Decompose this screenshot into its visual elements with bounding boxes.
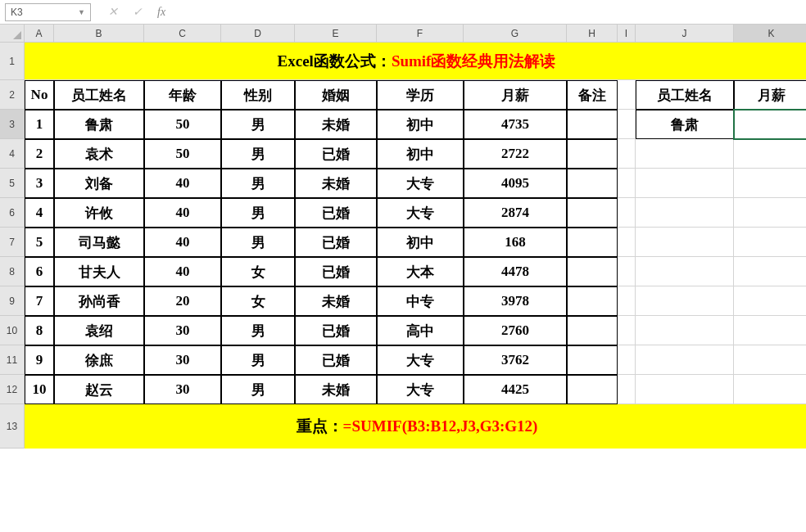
cell-edu-6[interactable]: 大专 <box>377 198 464 228</box>
cell-age-7[interactable]: 40 <box>144 228 221 257</box>
cell-j9[interactable] <box>636 286 734 316</box>
cell-no-5[interactable]: 3 <box>25 169 54 198</box>
cell-j7[interactable] <box>636 228 734 257</box>
side-name-value[interactable]: 鲁肃 <box>636 110 734 139</box>
cell-edu-10[interactable]: 高中 <box>377 316 464 345</box>
cell-marry-6[interactable]: 已婚 <box>295 198 377 228</box>
cell-edu-3[interactable]: 初中 <box>377 110 464 139</box>
col-head-g[interactable]: G <box>464 25 567 43</box>
row-head-11[interactable]: 11 <box>0 345 25 375</box>
cell-i8[interactable] <box>618 257 636 286</box>
cell-salary-3[interactable]: 4735 <box>464 110 567 139</box>
col-head-e[interactable]: E <box>295 25 377 43</box>
cell-age-3[interactable]: 50 <box>144 110 221 139</box>
cell-i11[interactable] <box>618 345 636 375</box>
row-head-9[interactable]: 9 <box>0 286 25 316</box>
cell-edu-11[interactable]: 大专 <box>377 345 464 375</box>
cell-name-10[interactable]: 袁绍 <box>54 316 144 345</box>
cell-k4[interactable] <box>734 139 806 169</box>
cell-k7[interactable] <box>734 228 806 257</box>
cell-sex-11[interactable]: 男 <box>221 345 295 375</box>
cell-salary-8[interactable]: 4478 <box>464 257 567 286</box>
cell-k6[interactable] <box>734 198 806 228</box>
cell-edu-12[interactable]: 大专 <box>377 375 464 404</box>
cell-sex-6[interactable]: 男 <box>221 198 295 228</box>
cell-j10[interactable] <box>636 316 734 345</box>
title-cell[interactable]: Excel函数公式：Sumif函数经典用法解读 <box>25 43 806 80</box>
cell-no-9[interactable]: 7 <box>25 286 54 316</box>
cell-j12[interactable] <box>636 375 734 404</box>
row-head-4[interactable]: 4 <box>0 139 25 169</box>
cell-k9[interactable] <box>734 286 806 316</box>
col-head-f[interactable]: F <box>377 25 464 43</box>
cell-note-10[interactable] <box>567 316 618 345</box>
cell-i12[interactable] <box>618 375 636 404</box>
row-head-10[interactable]: 10 <box>0 316 25 345</box>
cell-age-11[interactable]: 30 <box>144 345 221 375</box>
cell-marry-8[interactable]: 已婚 <box>295 257 377 286</box>
cell-no-12[interactable]: 10 <box>25 375 54 404</box>
cell-edu-9[interactable]: 中专 <box>377 286 464 316</box>
cell-marry-7[interactable]: 已婚 <box>295 228 377 257</box>
cell-salary-10[interactable]: 2760 <box>464 316 567 345</box>
hdr-note[interactable]: 备注 <box>567 80 618 110</box>
cell-note-12[interactable] <box>567 375 618 404</box>
spreadsheet-grid[interactable]: A B C D E F G H I J K 1 Excel函数公式：Sumif函… <box>0 25 806 449</box>
cell-name-8[interactable]: 甘夫人 <box>54 257 144 286</box>
cell-note-11[interactable] <box>567 345 618 375</box>
col-head-k[interactable]: K <box>734 25 806 43</box>
side-salary-value[interactable] <box>734 110 806 139</box>
cell-age-9[interactable]: 20 <box>144 286 221 316</box>
cell-j5[interactable] <box>636 169 734 198</box>
cell-salary-12[interactable]: 4425 <box>464 375 567 404</box>
cell-sex-10[interactable]: 男 <box>221 316 295 345</box>
name-box[interactable]: K3 ▼ <box>5 3 91 21</box>
cell-age-4[interactable]: 50 <box>144 139 221 169</box>
cell-edu-7[interactable]: 初中 <box>377 228 464 257</box>
cell-sex-12[interactable]: 男 <box>221 375 295 404</box>
cell-name-11[interactable]: 徐庶 <box>54 345 144 375</box>
col-head-j[interactable]: J <box>636 25 734 43</box>
select-all-corner[interactable] <box>0 25 25 43</box>
row-head-8[interactable]: 8 <box>0 257 25 286</box>
cell-note-3[interactable] <box>567 110 618 139</box>
cell-salary-4[interactable]: 2722 <box>464 139 567 169</box>
row-head-5[interactable]: 5 <box>0 169 25 198</box>
cell-k8[interactable] <box>734 257 806 286</box>
cell-marry-3[interactable]: 未婚 <box>295 110 377 139</box>
hdr-salary[interactable]: 月薪 <box>464 80 567 110</box>
cell-i4[interactable] <box>618 139 636 169</box>
cell-marry-5[interactable]: 未婚 <box>295 169 377 198</box>
cell-i9[interactable] <box>618 286 636 316</box>
hdr-sex[interactable]: 性别 <box>221 80 295 110</box>
hdr-marry[interactable]: 婚姻 <box>295 80 377 110</box>
cell-name-5[interactable]: 刘备 <box>54 169 144 198</box>
cell-no-8[interactable]: 6 <box>25 257 54 286</box>
cell-name-7[interactable]: 司马懿 <box>54 228 144 257</box>
cell-k12[interactable] <box>734 375 806 404</box>
hdr-no[interactable]: No <box>25 80 54 110</box>
cell-i5[interactable] <box>618 169 636 198</box>
col-head-c[interactable]: C <box>144 25 221 43</box>
cell-i6[interactable] <box>618 198 636 228</box>
cell-name-4[interactable]: 袁术 <box>54 139 144 169</box>
cell-i7[interactable] <box>618 228 636 257</box>
row-head-6[interactable]: 6 <box>0 198 25 228</box>
side-hdr-name[interactable]: 员工姓名 <box>636 80 734 110</box>
cell-j11[interactable] <box>636 345 734 375</box>
cell-salary-9[interactable]: 3978 <box>464 286 567 316</box>
bottom-cell[interactable]: 重点：=SUMIF(B3:B12,J3,G3:G12) <box>25 404 806 449</box>
cell-name-3[interactable]: 鲁肃 <box>54 110 144 139</box>
cell-i2[interactable] <box>618 80 636 110</box>
hdr-name[interactable]: 员工姓名 <box>54 80 144 110</box>
cell-j6[interactable] <box>636 198 734 228</box>
cell-sex-4[interactable]: 男 <box>221 139 295 169</box>
cell-sex-7[interactable]: 男 <box>221 228 295 257</box>
row-head-3[interactable]: 3 <box>0 110 25 139</box>
cell-name-12[interactable]: 赵云 <box>54 375 144 404</box>
cell-salary-5[interactable]: 4095 <box>464 169 567 198</box>
hdr-age[interactable]: 年龄 <box>144 80 221 110</box>
cell-age-10[interactable]: 30 <box>144 316 221 345</box>
row-head-13[interactable]: 13 <box>0 404 25 449</box>
cell-no-11[interactable]: 9 <box>25 345 54 375</box>
